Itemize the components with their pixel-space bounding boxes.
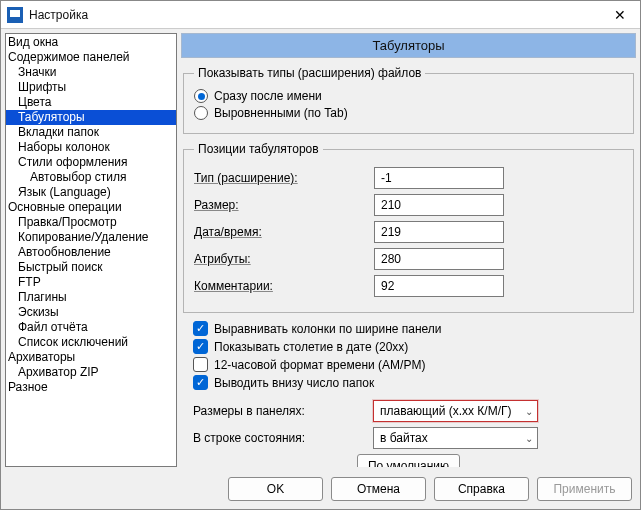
status-combo-value: в байтах	[380, 431, 428, 445]
position-row: Атрибуты:	[194, 248, 623, 270]
settings-window: Настройка ✕ Вид окнаСодержимое панелейЗн…	[0, 0, 641, 510]
tree-item[interactable]: Эскизы	[6, 305, 176, 320]
body: Вид окнаСодержимое панелейЗначкиШрифтыЦв…	[1, 29, 640, 471]
page-title: Табуляторы	[181, 33, 636, 58]
radio-label: Сразу после имени	[214, 89, 322, 103]
position-input[interactable]	[374, 167, 504, 189]
position-label: Размер:	[194, 198, 374, 212]
tree-item[interactable]: Табуляторы	[6, 110, 176, 125]
chevron-down-icon: ⌄	[525, 406, 533, 417]
position-label: Дата/время:	[194, 225, 374, 239]
group-file-types: Показывать типы (расширения) файлов Сраз…	[183, 66, 634, 134]
position-input[interactable]	[374, 194, 504, 216]
check-label: Выводить внизу число папок	[214, 376, 374, 390]
chevron-down-icon: ⌄	[525, 433, 533, 444]
sizes-combo[interactable]: плавающий (x.xx К/М/Г) ⌄	[373, 400, 538, 422]
checkbox-icon	[193, 357, 208, 372]
tree-item[interactable]: Архиватор ZIP	[6, 365, 176, 380]
group-tab-positions-legend: Позиции табуляторов	[194, 142, 323, 156]
position-input[interactable]	[374, 275, 504, 297]
checkbox-icon	[193, 339, 208, 354]
help-button[interactable]: Справка	[434, 477, 529, 501]
sizes-combo-value: плавающий (x.xx К/М/Г)	[380, 404, 512, 418]
check-row[interactable]: 12-часовой формат времени (AM/PM)	[193, 357, 634, 372]
position-row: Тип (расширение):	[194, 167, 623, 189]
tree-item[interactable]: Разное	[6, 380, 176, 395]
check-label: Выравнивать колонки по ширине панели	[214, 322, 442, 336]
check-row[interactable]: Выводить внизу число папок	[193, 375, 634, 390]
content: Показывать типы (расширения) файлов Сраз…	[181, 58, 636, 467]
tree-item[interactable]: Автовыбор стиля	[6, 170, 176, 185]
tree-item[interactable]: Значки	[6, 65, 176, 80]
apply-button[interactable]: Применить	[537, 477, 632, 501]
tree-item[interactable]: Шрифты	[6, 80, 176, 95]
tree-item[interactable]: Файл отчёта	[6, 320, 176, 335]
status-combo[interactable]: в байтах ⌄	[373, 427, 538, 449]
check-row[interactable]: Выравнивать колонки по ширине панели	[193, 321, 634, 336]
tree-item[interactable]: Вид окна	[6, 35, 176, 50]
window-title: Настройка	[29, 8, 600, 22]
position-row: Размер:	[194, 194, 623, 216]
tree-item[interactable]: Стили оформления	[6, 155, 176, 170]
radio-label: Выровненными (по Tab)	[214, 106, 348, 120]
radio-icon	[194, 106, 208, 120]
radio-after-name[interactable]: Сразу после имени	[194, 89, 623, 103]
tree-item[interactable]: Наборы колонок	[6, 140, 176, 155]
position-label: Комментарии:	[194, 279, 374, 293]
tree-item[interactable]: Список исключений	[6, 335, 176, 350]
tree-item[interactable]: Быстрый поиск	[6, 260, 176, 275]
tree-item[interactable]: Основные операции	[6, 200, 176, 215]
checkbox-icon	[193, 375, 208, 390]
check-label: Показывать столетие в дате (20xx)	[214, 340, 408, 354]
close-button[interactable]: ✕	[600, 1, 640, 29]
tree-item[interactable]: Правка/Просмотр	[6, 215, 176, 230]
app-icon	[7, 7, 23, 23]
group-file-types-legend: Показывать типы (расширения) файлов	[194, 66, 425, 80]
check-options: Выравнивать колонки по ширине панелиПока…	[193, 321, 634, 390]
category-tree[interactable]: Вид окнаСодержимое панелейЗначкиШрифтыЦв…	[5, 33, 177, 467]
cancel-button[interactable]: Отмена	[331, 477, 426, 501]
sizes-in-panels-row: Размеры в панелях: плавающий (x.xx К/М/Г…	[193, 400, 636, 422]
group-tab-positions: Позиции табуляторов Тип (расширение):Раз…	[183, 142, 634, 313]
position-input[interactable]	[374, 248, 504, 270]
tree-item[interactable]: Автообновление	[6, 245, 176, 260]
check-row[interactable]: Показывать столетие в дате (20xx)	[193, 339, 634, 354]
position-row: Комментарии:	[194, 275, 623, 297]
position-input[interactable]	[374, 221, 504, 243]
footer: OK Отмена Справка Применить	[1, 471, 640, 509]
tree-item[interactable]: Копирование/Удаление	[6, 230, 176, 245]
status-label: В строке состояния:	[193, 431, 373, 445]
status-line-row: В строке состояния: в байтах ⌄	[193, 427, 636, 449]
tree-item[interactable]: Вкладки папок	[6, 125, 176, 140]
tree-item[interactable]: Содержимое панелей	[6, 50, 176, 65]
radio-aligned-tab[interactable]: Выровненными (по Tab)	[194, 106, 623, 120]
default-button[interactable]: По умолчанию	[357, 454, 460, 467]
right-pane: Табуляторы Показывать типы (расширения) …	[181, 33, 636, 467]
position-label: Тип (расширение):	[194, 171, 374, 185]
position-label: Атрибуты:	[194, 252, 374, 266]
tree-item[interactable]: Плагины	[6, 290, 176, 305]
default-button-row: По умолчанию	[181, 454, 636, 467]
checkbox-icon	[193, 321, 208, 336]
tree-item[interactable]: Язык (Language)	[6, 185, 176, 200]
tree-item[interactable]: FTP	[6, 275, 176, 290]
position-row: Дата/время:	[194, 221, 623, 243]
ok-button[interactable]: OK	[228, 477, 323, 501]
tree-item[interactable]: Архиваторы	[6, 350, 176, 365]
tree-item[interactable]: Цвета	[6, 95, 176, 110]
sizes-label: Размеры в панелях:	[193, 404, 373, 418]
check-label: 12-часовой формат времени (AM/PM)	[214, 358, 425, 372]
titlebar: Настройка ✕	[1, 1, 640, 29]
radio-icon	[194, 89, 208, 103]
